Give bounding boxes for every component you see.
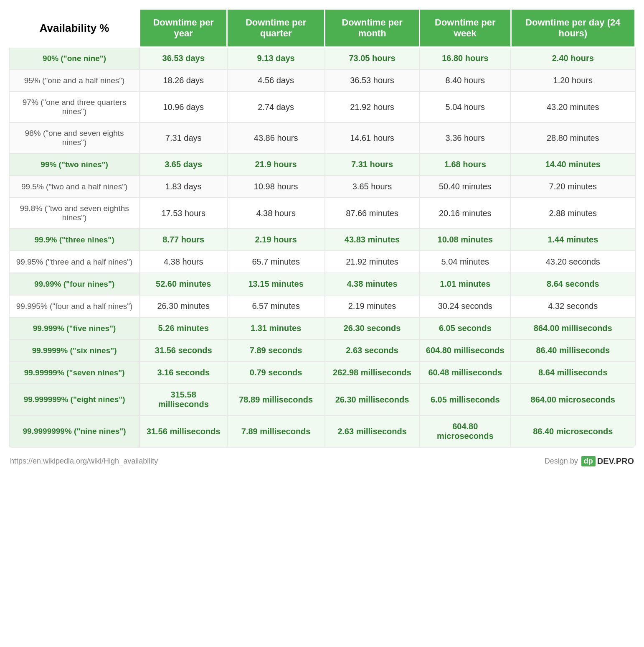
cell-0-4: 16.80 hours xyxy=(419,47,511,70)
cell-10-2: 6.57 minutes xyxy=(227,295,325,317)
table-row: 99% ("two nines")3.65 days21.9 hours7.31… xyxy=(9,153,635,176)
cell-2-2: 2.74 days xyxy=(227,92,325,122)
cell-12-3: 2.63 seconds xyxy=(325,339,420,362)
cell-8-2: 65.7 minutes xyxy=(227,251,325,273)
cell-11-2: 1.31 minutes xyxy=(227,317,325,339)
cell-12-1: 31.56 seconds xyxy=(140,339,227,362)
cell-1-5: 1.20 hours xyxy=(511,69,635,92)
cell-11-5: 864.00 milliseconds xyxy=(511,317,635,339)
cell-13-3: 262.98 milliseconds xyxy=(325,362,420,384)
cell-12-5: 86.40 milliseconds xyxy=(511,339,635,362)
table-row: 90% ("one nine")36.53 days9.13 days73.05… xyxy=(9,47,635,70)
cell-3-1: 7.31 days xyxy=(140,122,227,153)
cell-5-0: 99.5% ("two and a half nines") xyxy=(9,176,140,198)
cell-5-4: 50.40 minutes xyxy=(419,176,511,198)
cell-12-2: 7.89 seconds xyxy=(227,339,325,362)
cell-2-1: 10.96 days xyxy=(140,92,227,122)
cell-7-3: 43.83 minutes xyxy=(325,229,420,251)
table-row: 99.999999% ("eight nines")315.58 millise… xyxy=(9,384,635,415)
cell-0-0: 90% ("one nine") xyxy=(9,47,140,70)
cell-1-2: 4.56 days xyxy=(227,69,325,92)
cell-0-2: 9.13 days xyxy=(227,47,325,70)
cell-4-1: 3.65 days xyxy=(140,153,227,176)
header-col-2: Downtime per quarter xyxy=(227,9,325,47)
cell-3-4: 3.36 hours xyxy=(419,122,511,153)
design-by-label: Design by xyxy=(545,457,578,466)
cell-7-1: 8.77 hours xyxy=(140,229,227,251)
cell-14-3: 26.30 milliseconds xyxy=(325,384,420,415)
cell-5-3: 3.65 hours xyxy=(325,176,420,198)
cell-6-3: 87.66 minutes xyxy=(325,198,420,229)
cell-12-4: 604.80 milliseconds xyxy=(419,339,511,362)
cell-12-0: 99.9999% ("six nines") xyxy=(9,339,140,362)
cell-10-1: 26.30 minutes xyxy=(140,295,227,317)
cell-9-3: 4.38 minutes xyxy=(325,273,420,295)
availability-table: Availability %Downtime per yearDowntime … xyxy=(8,8,636,448)
footer-brand: Design by dp DEV.PRO xyxy=(545,456,634,466)
cell-5-1: 1.83 days xyxy=(140,176,227,198)
cell-0-5: 2.40 hours xyxy=(511,47,635,70)
cell-7-2: 2.19 hours xyxy=(227,229,325,251)
cell-14-1: 315.58 milliseconds xyxy=(140,384,227,415)
table-row: 98% ("one and seven eights nines")7.31 d… xyxy=(9,122,635,153)
header-col-5: Downtime per day (24 hours) xyxy=(511,9,635,47)
table-body: 90% ("one nine")36.53 days9.13 days73.05… xyxy=(9,47,635,448)
cell-6-4: 20.16 minutes xyxy=(419,198,511,229)
table-row: 99.999% ("five nines")5.26 minutes1.31 m… xyxy=(9,317,635,339)
table-row: 99.8% ("two and seven eighths nines")17.… xyxy=(9,198,635,229)
cell-1-0: 95% ("one and a half nines") xyxy=(9,69,140,92)
cell-2-3: 21.92 hours xyxy=(325,92,420,122)
cell-4-2: 21.9 hours xyxy=(227,153,325,176)
cell-4-5: 14.40 minutes xyxy=(511,153,635,176)
table-row: 99.5% ("two and a half nines")1.83 days1… xyxy=(9,176,635,198)
table-row: 99.9999999% ("nine nines")31.56 millisec… xyxy=(9,415,635,447)
cell-13-1: 3.16 seconds xyxy=(140,362,227,384)
cell-8-0: 99.95% ("three and a half nines") xyxy=(9,251,140,273)
table-row: 99.99% ("four nines")52.60 minutes13.15 … xyxy=(9,273,635,295)
cell-14-5: 864.00 microseconds xyxy=(511,384,635,415)
cell-6-2: 4.38 hours xyxy=(227,198,325,229)
cell-15-2: 7.89 milliseconds xyxy=(227,415,325,447)
cell-5-2: 10.98 hours xyxy=(227,176,325,198)
cell-11-0: 99.999% ("five nines") xyxy=(9,317,140,339)
table-row: 99.99999% ("seven nines")3.16 seconds0.7… xyxy=(9,362,635,384)
table-header-row: Availability %Downtime per yearDowntime … xyxy=(9,9,635,47)
cell-10-0: 99.995% ("four and a half nines") xyxy=(9,295,140,317)
cell-9-5: 8.64 seconds xyxy=(511,273,635,295)
cell-8-4: 5.04 minutes xyxy=(419,251,511,273)
cell-4-3: 7.31 hours xyxy=(325,153,420,176)
cell-0-1: 36.53 days xyxy=(140,47,227,70)
table-row: 97% ("one and three quarters nines")10.9… xyxy=(9,92,635,122)
wikipedia-link[interactable]: https://en.wikipedia.org/wiki/High_avail… xyxy=(10,457,158,466)
table-row: 95% ("one and a half nines")18.26 days4.… xyxy=(9,69,635,92)
cell-8-3: 21.92 minutes xyxy=(325,251,420,273)
table-row: 99.995% ("four and a half nines")26.30 m… xyxy=(9,295,635,317)
cell-2-0: 97% ("one and three quarters nines") xyxy=(9,92,140,122)
cell-5-5: 7.20 minutes xyxy=(511,176,635,198)
header-col-4: Downtime per week xyxy=(419,9,511,47)
cell-6-1: 17.53 hours xyxy=(140,198,227,229)
cell-15-0: 99.9999999% ("nine nines") xyxy=(9,415,140,447)
cell-7-0: 99.9% ("three nines") xyxy=(9,229,140,251)
cell-14-0: 99.999999% ("eight nines") xyxy=(9,384,140,415)
cell-10-5: 4.32 seconds xyxy=(511,295,635,317)
cell-11-3: 26.30 seconds xyxy=(325,317,420,339)
cell-13-0: 99.99999% ("seven nines") xyxy=(9,362,140,384)
cell-4-0: 99% ("two nines") xyxy=(9,153,140,176)
cell-15-1: 31.56 milliseconds xyxy=(140,415,227,447)
cell-8-5: 43.20 seconds xyxy=(511,251,635,273)
header-col-3: Downtime per month xyxy=(325,9,420,47)
brand-logo: dp DEV.PRO xyxy=(581,456,634,466)
cell-14-2: 78.89 milliseconds xyxy=(227,384,325,415)
cell-13-5: 8.64 milliseconds xyxy=(511,362,635,384)
cell-3-3: 14.61 hours xyxy=(325,122,420,153)
cell-15-5: 86.40 microseconds xyxy=(511,415,635,447)
cell-9-1: 52.60 minutes xyxy=(140,273,227,295)
brand-prefix: dp xyxy=(581,456,596,466)
cell-3-2: 43.86 hours xyxy=(227,122,325,153)
cell-4-4: 1.68 hours xyxy=(419,153,511,176)
cell-11-1: 5.26 minutes xyxy=(140,317,227,339)
footer: https://en.wikipedia.org/wiki/High_avail… xyxy=(8,453,636,470)
cell-1-3: 36.53 hours xyxy=(325,69,420,92)
cell-9-4: 1.01 minutes xyxy=(419,273,511,295)
